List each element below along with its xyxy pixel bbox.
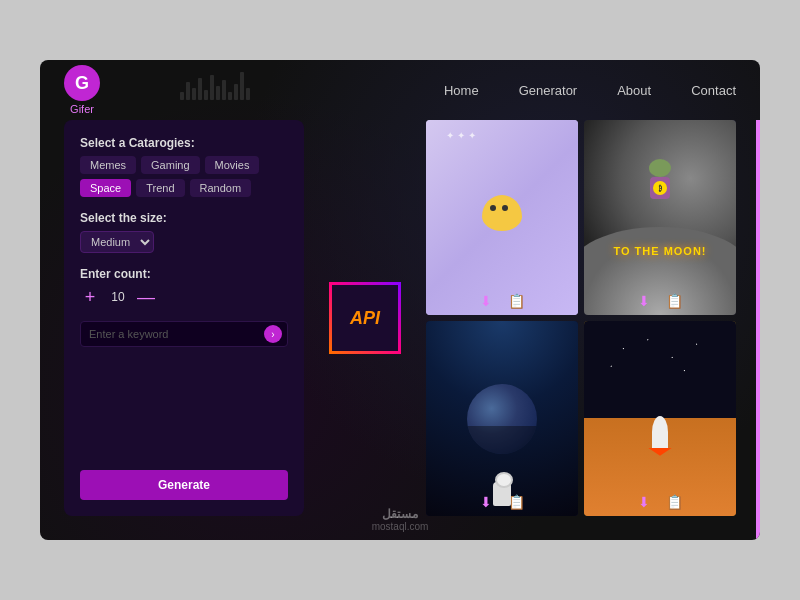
nav-link-home[interactable]: Home	[444, 83, 479, 98]
api-card: API	[329, 282, 401, 354]
watermark-url: mostaql.com	[372, 521, 429, 532]
gif-2-download[interactable]: ⬇	[636, 291, 652, 311]
magenta-accent-bar	[756, 120, 760, 540]
count-value: 10	[108, 290, 128, 304]
gif-card-1: ✦ ✦ ✦ ⬇ 📋	[426, 120, 578, 315]
count-section: Enter count: + 10 —	[80, 267, 288, 307]
alien-body: ₿	[650, 177, 670, 199]
keyword-section: ›	[80, 321, 288, 347]
keyword-input[interactable]	[80, 321, 288, 347]
gif-card-3: ⬇ 📋	[426, 321, 578, 516]
categories-label: Select a Catarogies:	[80, 136, 288, 150]
size-row: Small Medium Large	[80, 231, 288, 253]
search-icon-button[interactable]: ›	[264, 325, 282, 343]
alien-figure: ₿	[645, 159, 675, 209]
nav-link-contact[interactable]: Contact	[691, 83, 736, 98]
nav-link-about[interactable]: About	[617, 83, 651, 98]
nav-item-contact[interactable]: Contact	[691, 81, 736, 99]
gif-card-4: ⬇ 📋	[584, 321, 736, 516]
stars-decoration: ✦ ✦ ✦	[446, 130, 476, 141]
nav-item-home[interactable]: Home	[444, 81, 479, 99]
bitcoin-text: TO THE MOON!	[613, 245, 706, 257]
logo-area: G Gifer	[64, 65, 100, 115]
planet-sphere	[467, 384, 537, 454]
cat-btn-random[interactable]: Random	[190, 179, 252, 197]
navbar: G Gifer Home Generator About Contact	[40, 60, 760, 120]
count-label: Enter count:	[80, 267, 288, 281]
alien-head	[649, 159, 671, 177]
left-panel: Select a Catarogies: Memes Gaming Movies…	[64, 120, 304, 516]
app-container: G Gifer Home Generator About Contact Sel…	[40, 60, 760, 540]
cat-btn-movies[interactable]: Movies	[205, 156, 260, 174]
gif-4-download[interactable]: ⬇	[636, 492, 652, 512]
size-label: Select the size:	[80, 211, 288, 225]
middle-area: API	[320, 120, 410, 516]
search-icon: ›	[271, 329, 274, 340]
category-buttons: Memes Gaming Movies Space Trend Random	[80, 156, 288, 197]
gif-3-content	[426, 321, 578, 516]
rocket-figure	[652, 416, 668, 448]
astronaut-figure	[493, 482, 511, 506]
watermark-text: مستقل	[382, 507, 418, 521]
gif-1-download[interactable]: ⬇	[478, 291, 494, 311]
logo-text: Gifer	[70, 103, 94, 115]
gif-card-2: ₿ TO THE MOON! ⬇ 📋	[584, 120, 736, 315]
cat-btn-memes[interactable]: Memes	[80, 156, 136, 174]
gif-4-content	[584, 321, 736, 516]
count-plus-button[interactable]: +	[80, 287, 100, 307]
gif-4-share[interactable]: 📋	[664, 492, 685, 512]
stars-bg	[599, 331, 721, 419]
gif-1-content: ✦ ✦ ✦	[426, 120, 578, 315]
cat-btn-trend[interactable]: Trend	[136, 179, 184, 197]
bitcoin-coin: ₿	[653, 181, 667, 195]
api-label: API	[350, 308, 380, 329]
nav-link-generator[interactable]: Generator	[519, 83, 578, 98]
watermark: مستقل mostaql.com	[372, 507, 429, 532]
size-section: Select the size: Small Medium Large	[80, 211, 288, 253]
potato-character	[482, 195, 522, 231]
gif-2-content: ₿ TO THE MOON!	[584, 120, 736, 315]
cat-btn-gaming[interactable]: Gaming	[141, 156, 200, 174]
size-select[interactable]: Small Medium Large	[80, 231, 154, 253]
gif-3-download[interactable]: ⬇	[478, 492, 494, 512]
gif-2-actions: ⬇ 📋	[584, 291, 736, 311]
gif-1-share[interactable]: 📋	[506, 291, 527, 311]
gif-1-actions: ⬇ 📋	[426, 291, 578, 311]
generate-button[interactable]: Generate	[80, 470, 288, 500]
logo-icon: G	[64, 65, 100, 101]
gif-2-share[interactable]: 📋	[664, 291, 685, 311]
nav-item-generator[interactable]: Generator	[519, 81, 578, 99]
main-content: Select a Catarogies: Memes Gaming Movies…	[40, 120, 760, 540]
nav-links: Home Generator About Contact	[444, 81, 736, 99]
nav-item-about[interactable]: About	[617, 81, 651, 99]
count-minus-button[interactable]: —	[136, 287, 156, 307]
gif-grid: ✦ ✦ ✦ ⬇ 📋 ₿ TO	[426, 120, 736, 516]
cat-btn-space[interactable]: Space	[80, 179, 131, 197]
categories-section: Select a Catarogies: Memes Gaming Movies…	[80, 136, 288, 197]
count-row: + 10 —	[80, 287, 288, 307]
gif-4-actions: ⬇ 📋	[584, 492, 736, 512]
